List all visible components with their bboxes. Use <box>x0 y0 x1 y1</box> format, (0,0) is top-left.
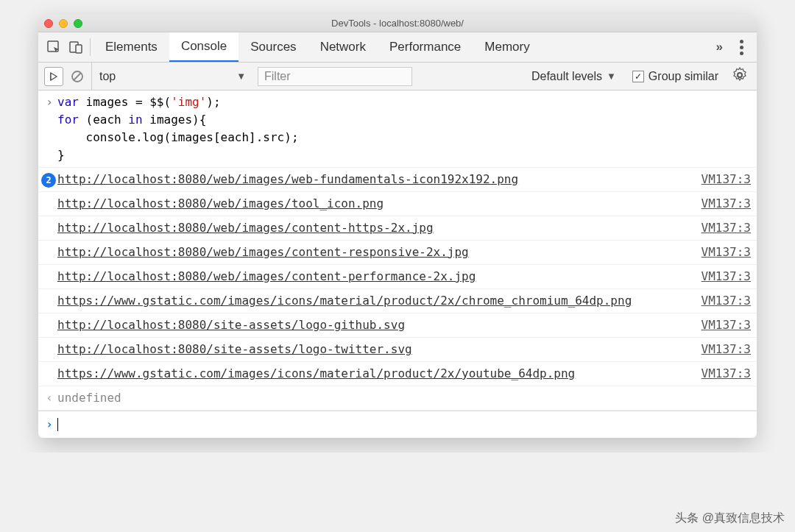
console-body: var images = $$('img'); for (each in ima… <box>38 91 757 438</box>
tab-memory[interactable]: Memory <box>473 32 541 62</box>
input-code: var images = $$('img'); for (each in ima… <box>57 93 751 164</box>
tab-console[interactable]: Console <box>169 32 239 62</box>
filter-input[interactable] <box>258 67 412 86</box>
tabs-overflow-button[interactable]: » <box>709 32 730 62</box>
return-marker-icon: ‹ <box>41 389 57 407</box>
chevron-down-icon: ▼ <box>607 71 616 82</box>
tab-network[interactable]: Network <box>308 32 378 62</box>
window-title: DevTools - localhost:8080/web/ <box>38 18 757 29</box>
console-prompt-input[interactable] <box>58 416 754 433</box>
tab-performance[interactable]: Performance <box>378 32 473 62</box>
prompt-caret-icon: › <box>41 416 57 433</box>
log-source-link[interactable]: VM137:3 <box>702 219 751 237</box>
svg-rect-4 <box>50 73 51 80</box>
close-button[interactable] <box>44 19 53 28</box>
console-log-row: http://localhost:8080/web/images/content… <box>38 265 757 289</box>
console-log-row: http://localhost:8080/web/images/content… <box>38 241 757 265</box>
context-selector[interactable]: top ▼ <box>91 63 253 90</box>
log-source-link[interactable]: VM137:3 <box>702 268 751 285</box>
console-prompt[interactable]: › <box>38 411 757 438</box>
separator <box>90 38 91 56</box>
chevron-down-icon: ▼ <box>236 71 246 82</box>
svg-line-6 <box>74 73 81 80</box>
count-badge: 2 <box>41 173 56 188</box>
svg-rect-2 <box>76 45 82 53</box>
minimize-button[interactable] <box>59 19 68 28</box>
log-source-link[interactable]: VM137:3 <box>702 171 751 188</box>
device-toggle-icon[interactable] <box>65 36 87 58</box>
log-gutter: 2 <box>41 171 57 188</box>
log-url-link[interactable]: http://localhost:8080/site-assets/logo-t… <box>57 342 412 356</box>
log-source-link[interactable]: VM137:3 <box>702 365 751 383</box>
tabs-container: ElementsConsoleSourcesNetworkPerformance… <box>93 32 709 62</box>
return-value: undefined <box>57 389 751 407</box>
input-prompt-marker <box>41 93 57 164</box>
log-url-link[interactable]: https://www.gstatic.com/images/icons/mat… <box>57 366 575 380</box>
clear-console-icon[interactable] <box>68 67 87 86</box>
log-url-link[interactable]: http://localhost:8080/web/images/tool_ic… <box>57 196 384 210</box>
tab-elements[interactable]: Elements <box>93 32 169 62</box>
inspect-element-icon[interactable] <box>43 36 65 58</box>
checkbox-icon: ✓ <box>632 71 644 82</box>
log-url-link[interactable]: https://www.gstatic.com/images/icons/mat… <box>57 294 632 308</box>
log-url-link[interactable]: http://localhost:8080/web/images/content… <box>57 221 434 235</box>
console-return-row: ‹ undefined <box>38 386 757 411</box>
group-similar-toggle[interactable]: ✓ Group similar <box>626 70 724 83</box>
log-source-link[interactable]: VM137:3 <box>702 292 751 310</box>
log-level-selector[interactable]: Default levels ▼ <box>526 70 622 83</box>
context-value: top <box>99 70 116 83</box>
devtools-window: DevTools - localhost:8080/web/ ElementsC… <box>38 15 757 438</box>
titlebar: DevTools - localhost:8080/web/ <box>38 15 757 32</box>
group-similar-label: Group similar <box>649 70 718 83</box>
log-source-link[interactable]: VM137:3 <box>702 316 751 334</box>
console-log-row: 2http://localhost:8080/web/images/web-fu… <box>38 168 757 192</box>
log-source-link[interactable]: VM137:3 <box>702 195 751 213</box>
gear-icon[interactable] <box>729 67 751 86</box>
console-log-row: http://localhost:8080/site-assets/logo-t… <box>38 338 757 362</box>
execute-button[interactable] <box>44 67 63 86</box>
log-level-label: Default levels <box>531 70 602 83</box>
log-url-link[interactable]: http://localhost:8080/web/images/content… <box>57 245 469 259</box>
log-source-link[interactable]: VM137:3 <box>702 244 751 261</box>
log-url-link[interactable]: http://localhost:8080/web/images/web-fun… <box>57 172 518 186</box>
console-log-row: http://localhost:8080/web/images/content… <box>38 216 757 241</box>
console-input-row: var images = $$('img'); for (each in ima… <box>38 91 757 168</box>
console-log-row: http://localhost:8080/site-assets/logo-g… <box>38 313 757 338</box>
tabs-bar: ElementsConsoleSourcesNetworkPerformance… <box>38 32 757 63</box>
menu-dots-icon[interactable] <box>730 36 752 58</box>
console-toolbar: top ▼ Default levels ▼ ✓ Group similar <box>38 63 757 91</box>
console-log-row: https://www.gstatic.com/images/icons/mat… <box>38 362 757 386</box>
tab-sources[interactable]: Sources <box>239 32 308 62</box>
console-log-row: https://www.gstatic.com/images/icons/mat… <box>38 289 757 313</box>
log-url-link[interactable]: http://localhost:8080/web/images/content… <box>57 269 476 283</box>
log-url-link[interactable]: http://localhost:8080/site-assets/logo-g… <box>57 318 405 332</box>
maximize-button[interactable] <box>74 19 82 28</box>
log-source-link[interactable]: VM137:3 <box>702 341 751 358</box>
console-log-row: http://localhost:8080/web/images/tool_ic… <box>38 192 757 216</box>
traffic-lights <box>44 19 82 28</box>
